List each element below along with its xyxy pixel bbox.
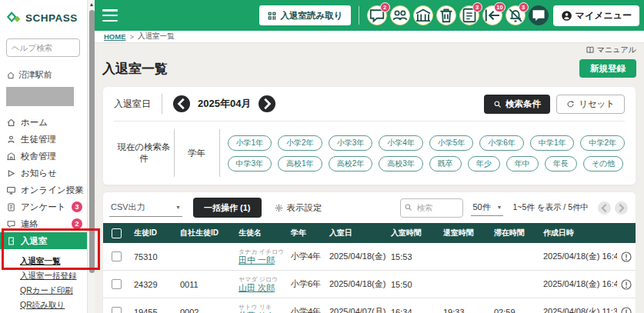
entry-time-cell: 16:34: [386, 308, 439, 313]
grade-chip[interactable]: 小学6年: [479, 135, 524, 151]
stay-time-cell: 02:59: [489, 308, 539, 313]
created-at-cell: 2025/04/08(火) 11:34: [539, 306, 617, 313]
row-info: [617, 251, 636, 263]
menu-toggle-icon[interactable]: [102, 9, 118, 22]
prev-page-button[interactable]: [598, 201, 611, 215]
grade-chip[interactable]: 中学3年: [228, 156, 272, 171]
student-name-cell: ヤマダ ジロウ 山田 次郎: [234, 276, 286, 293]
student-name-link[interactable]: 佐藤 りき: [239, 311, 275, 313]
sidebar-submenu-item[interactable]: QRカード印刷: [0, 283, 87, 298]
student-kana: ヤマダ ジロウ: [239, 276, 286, 283]
header-icon-button[interactable]: 2: [367, 5, 387, 25]
grade-chip[interactable]: 年少: [468, 156, 500, 171]
sidebar-menu-item[interactable]: 校舎管理: [0, 148, 87, 165]
sidebar-menu-item[interactable]: 入退室: [0, 232, 87, 249]
grade-chip[interactable]: 年中: [506, 156, 539, 171]
grade-chip[interactable]: 小学2年: [278, 135, 322, 151]
table-toolbar: CSV出力 ▼ 一括操作 (1) 表示設定 50件: [103, 192, 636, 223]
grade-chip[interactable]: 小学3年: [329, 135, 373, 151]
grade-chip[interactable]: 小学1年: [228, 135, 272, 151]
sidebar-menu-item[interactable]: オンライン授業: [0, 181, 87, 198]
student-name-link[interactable]: 山田 次郎: [239, 283, 275, 292]
prev-month-button[interactable]: [173, 95, 190, 112]
header-icon-button[interactable]: [413, 5, 433, 25]
table-row: 75310 タナカ イチロウ 田中 一郎 小学4年 2025/04/18(金) …: [103, 243, 636, 271]
sidebar-menu-item-label: 生徒管理: [21, 134, 56, 145]
grade-chip[interactable]: 小学4年: [379, 135, 423, 151]
sidebar-menu-item[interactable]: アンケート 3: [0, 198, 87, 215]
help-search-input[interactable]: [6, 38, 80, 57]
per-page-select[interactable]: 50件 ▼: [471, 199, 503, 216]
new-registration-button[interactable]: 新規登録: [579, 59, 636, 78]
sidebar-submenu-item[interactable]: 入退室一覧: [0, 254, 87, 268]
search-icon: [404, 203, 412, 211]
header-icon-button[interactable]: [390, 5, 410, 25]
chevron-down-icon: ▼: [496, 205, 502, 210]
breadcrumb-separator: >: [130, 32, 135, 41]
student-kana: サトウ リキ: [239, 304, 286, 311]
next-month-button[interactable]: [259, 95, 275, 112]
grade-chip[interactable]: 既卒: [429, 156, 462, 171]
sidebar-menu-item[interactable]: 生徒管理: [0, 131, 87, 148]
csv-export-select[interactable]: CSV出力 ▼: [109, 198, 182, 217]
info-icon[interactable]: [620, 306, 632, 313]
select-all-checkbox[interactable]: [112, 228, 122, 238]
info-icon[interactable]: [620, 278, 632, 291]
student-kana: タナカ イチロウ: [239, 248, 286, 255]
table-header-cell: 生徒ID: [129, 228, 175, 238]
row-checkbox[interactable]: [112, 279, 122, 289]
grade-chip[interactable]: その他: [583, 156, 623, 171]
scrollbar-thumb[interactable]: [89, 10, 95, 273]
grade-chip[interactable]: 高校1年: [278, 156, 322, 171]
grade-chip[interactable]: 中学1年: [530, 135, 575, 151]
header-icon-button[interactable]: 3: [506, 5, 526, 25]
home-icon: [6, 71, 15, 80]
row-checkbox[interactable]: [112, 251, 122, 261]
header-separator: [359, 6, 359, 25]
header-icon-button[interactable]: [529, 5, 549, 25]
app-window: SCHPASS 沼津駅前 ホーム 生徒管理: [0, 0, 644, 313]
entry-exit-scan-button[interactable]: 入退室読み取り: [259, 5, 351, 25]
entry-date-cell: 2025/04/07(月): [325, 306, 386, 313]
reset-button[interactable]: リセット: [556, 95, 625, 114]
search-icon: [493, 100, 502, 108]
table-header-row: 生徒ID 自社生徒ID 生徒名 学年 入室日 入室時間 退室時間 滞在時間: [103, 223, 636, 243]
my-menu-button[interactable]: マイメニュー: [553, 5, 639, 26]
sidebar-menu-item[interactable]: ホーム: [0, 114, 87, 131]
grade-chip[interactable]: 年長: [545, 156, 577, 171]
sidebar-menu-item-label: ホーム: [21, 117, 48, 128]
grade-chip[interactable]: 中学2年: [580, 135, 625, 151]
sidebar-submenu-item[interactable]: 入退室一括登録: [0, 268, 87, 283]
header-icon-button[interactable]: [436, 5, 456, 25]
row-info: [617, 278, 636, 291]
grade-chip[interactable]: 高校2年: [329, 156, 373, 171]
display-settings-button[interactable]: 表示設定: [274, 202, 322, 214]
grade-chips: 小学1年 小学2年 小学3年 小学4年 小学5年 小学6年: [220, 122, 626, 185]
search-conditions-button[interactable]: 検索条件: [484, 95, 550, 114]
sidebar-submenu-item[interactable]: QR読み取り: [0, 298, 87, 312]
grade-chip[interactable]: 高校3年: [379, 156, 423, 171]
exit-time-cell: 19:33: [439, 308, 489, 313]
chevron-right-icon: [615, 201, 628, 215]
breadcrumb-home-link[interactable]: HOME: [104, 32, 126, 41]
survey-icon: [6, 202, 16, 212]
student-name-link[interactable]: 田中 一郎: [239, 255, 275, 265]
row-checkbox[interactable]: [112, 307, 122, 313]
qr-icon: [267, 11, 277, 21]
sidebar-menu-item[interactable]: お知らせ: [0, 165, 87, 181]
bulk-action-button[interactable]: 一括操作 (1): [193, 198, 262, 218]
header-icon-button[interactable]: 3: [459, 5, 479, 25]
sidebar-menu-item-label: 入退室: [21, 235, 48, 247]
sidebar-menu-item[interactable]: 連絡 2: [0, 215, 87, 232]
header-icon-button[interactable]: 10: [482, 5, 502, 25]
created-at-cell: 2025/04/18(金) 16:49: [539, 278, 617, 290]
scrollbar-up-arrow-icon[interactable]: ▲: [88, 1, 95, 8]
breadcrumb: HOME > 入退室一覧: [95, 31, 644, 43]
table-body: 75310 タナカ イチロウ 田中 一郎 小学4年 2025/04/18(金) …: [103, 243, 636, 313]
next-page-button[interactable]: [615, 201, 628, 215]
sidebar-scrollbar[interactable]: ▲: [87, 0, 95, 313]
grade-chip[interactable]: 小学5年: [429, 135, 474, 151]
manual-link[interactable]: マニュアル: [586, 45, 636, 55]
info-icon[interactable]: [620, 251, 632, 263]
home-icon: [6, 118, 16, 128]
